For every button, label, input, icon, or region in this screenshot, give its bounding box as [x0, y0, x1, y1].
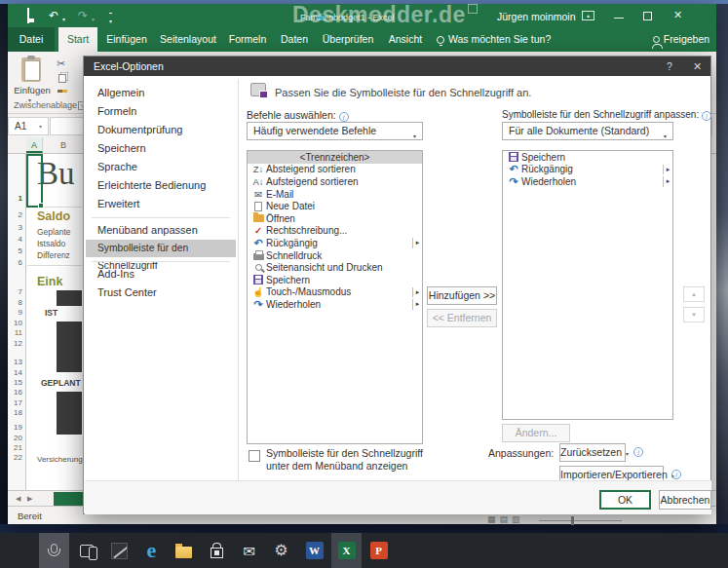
column-header-b[interactable]: B: [44, 137, 83, 153]
paste-icon[interactable]: [21, 57, 41, 82]
taskbar-cortana-microphone-icon[interactable]: [39, 533, 69, 568]
share-button[interactable]: Freigeben: [647, 27, 715, 52]
undo-icon[interactable]: ↶: [49, 9, 58, 22]
sidebar-item-trust-center[interactable]: Trust Center: [86, 284, 236, 301]
info-icon[interactable]: i: [702, 111, 711, 121]
minimize-button[interactable]: [614, 18, 624, 19]
copy-icon[interactable]: [58, 74, 66, 83]
qat-item[interactable]: Speichern: [503, 151, 672, 164]
selected-cell-a1[interactable]: [26, 154, 43, 208]
show-below-ribbon-checkbox[interactable]: [249, 450, 260, 462]
reset-button[interactable]: Zurücksetzen▾: [559, 443, 626, 462]
cut-icon[interactable]: ✂: [57, 57, 65, 70]
command-item[interactable]: ✓Rechtschreibung...: [248, 225, 422, 238]
tab-start[interactable]: Start: [58, 27, 97, 52]
choose-commands-dropdown[interactable]: Häufig verwendete Befehle▾: [247, 122, 423, 140]
column-header-a[interactable]: A: [26, 137, 43, 153]
command-item[interactable]: Seitenansicht und Drucken: [248, 261, 422, 274]
sheet-nav-right-icon[interactable]: ▶: [27, 495, 32, 503]
sidebar-item-sprache[interactable]: Sprache: [86, 158, 236, 175]
qat-item[interactable]: ↶Rückgängig▸: [503, 164, 672, 176]
zoom-slider-knob[interactable]: [571, 516, 574, 525]
command-item[interactable]: ☝Touch-/Mausmodus▸: [248, 286, 422, 299]
row-header[interactable]: 1: [19, 194, 22, 203]
tab-datei[interactable]: Datei: [8, 27, 55, 52]
row-header[interactable]: 20: [14, 434, 22, 442]
tab-formeln[interactable]: Formeln: [224, 27, 271, 52]
taskbar-settings-icon[interactable]: ⚙: [266, 533, 296, 568]
row-header[interactable]: 13: [14, 358, 22, 366]
row-header[interactable]: 18: [14, 408, 22, 417]
row-header[interactable]: 22: [14, 453, 22, 462]
row-header[interactable]: 14: [14, 368, 22, 377]
command-item[interactable]: ↷Wiederholen▸: [248, 298, 422, 311]
row-header[interactable]: 9: [19, 308, 22, 317]
tab-ueberpruefen[interactable]: Überprüfen: [318, 27, 378, 52]
command-item[interactable]: ✉E-Mail: [248, 188, 422, 201]
taskbar-file-explorer-icon[interactable]: [169, 533, 199, 568]
info-icon[interactable]: i: [633, 447, 643, 457]
modify-button[interactable]: Ändern...: [502, 424, 570, 442]
taskbar-task-view-icon[interactable]: [71, 533, 101, 568]
sidebar-item-menueband-anpassen[interactable]: Menüband anpassen: [86, 221, 236, 239]
tab-einfuegen[interactable]: Einfügen: [101, 27, 152, 52]
commands-list[interactable]: <Trennzeichen> Z↓Absteigend sortieren A↓…: [247, 150, 423, 444]
flyout-arrow-icon[interactable]: ▸: [663, 165, 672, 175]
close-button[interactable]: ✕: [673, 9, 682, 21]
cancel-button[interactable]: Abbrechen: [659, 490, 711, 510]
sheet-nav-left-icon[interactable]: ◀: [16, 495, 20, 503]
taskbar-store-icon[interactable]: [202, 533, 232, 568]
row-header[interactable]: 16: [14, 388, 22, 397]
sidebar-item-allgemein[interactable]: Allgemein: [86, 84, 236, 101]
ok-button[interactable]: OK: [599, 490, 651, 510]
command-item[interactable]: A↓Aufsteigend sortieren: [248, 175, 422, 188]
sidebar-item-symbolleiste-schnellzugriff[interactable]: Symbolleiste für den Schnellzugriff: [86, 240, 236, 257]
row-header[interactable]: 3: [19, 223, 22, 232]
row-header[interactable]: 5: [19, 246, 22, 255]
name-box-dropdown-icon[interactable]: ▾: [39, 123, 42, 130]
taskbar-powerpoint-icon[interactable]: P: [364, 533, 394, 568]
qat-item[interactable]: ↷Wiederholen▸: [503, 175, 672, 188]
row-header[interactable]: 6: [19, 258, 22, 267]
tab-daten[interactable]: Daten: [275, 27, 314, 52]
view-shortcuts-icons[interactable]: ▦▤▥: [487, 514, 524, 524]
command-item[interactable]: Z↓Absteigend sortieren: [248, 164, 422, 176]
format-painter-icon[interactable]: [57, 90, 67, 93]
taskbar-mail-icon[interactable]: ✉: [234, 533, 264, 568]
taskbar-word-icon[interactable]: W: [299, 533, 329, 568]
tab-seitenlayout[interactable]: Seitenlayout: [156, 27, 220, 52]
qat-list[interactable]: Speichern ↶Rückgängig▸ ↷Wiederholen▸: [502, 150, 673, 420]
command-item[interactable]: Öffnen: [248, 212, 422, 225]
move-down-button[interactable]: ▼: [683, 307, 705, 322]
command-item[interactable]: Neue Datei: [248, 200, 422, 212]
dialog-help-icon[interactable]: ?: [667, 57, 672, 76]
customize-qat-icon[interactable]: ▾: [109, 13, 112, 28]
info-icon[interactable]: i: [339, 112, 349, 122]
flyout-arrow-icon[interactable]: ▸: [412, 287, 422, 298]
add-button[interactable]: Hinzufügen >>: [427, 286, 497, 305]
sidebar-item-speichern[interactable]: Speichern: [86, 139, 236, 157]
paste-button[interactable]: Einfügen: [12, 85, 53, 95]
sidebar-item-add-ins[interactable]: Add-Ins: [86, 265, 236, 283]
row-header[interactable]: 8: [19, 298, 22, 307]
sidebar-item-erleichterte-bedienung[interactable]: Erleichterte Bedienung: [86, 176, 236, 194]
redo-dropdown-icon[interactable]: ▾: [92, 13, 95, 26]
undo-dropdown-icon[interactable]: ▾: [62, 13, 65, 26]
row-header[interactable]: 15: [14, 378, 22, 387]
sidebar-item-dokumentpruefung[interactable]: Dokumentprüfung: [86, 121, 236, 138]
command-item[interactable]: Schnelldruck: [248, 249, 422, 262]
flyout-arrow-icon[interactable]: ▸: [412, 238, 422, 248]
row-header[interactable]: 7: [19, 287, 22, 296]
dialog-close-icon[interactable]: ✕: [693, 57, 702, 76]
command-item[interactable]: Speichern: [248, 274, 422, 286]
tab-ansicht[interactable]: Ansicht: [382, 27, 429, 52]
customize-qat-dropdown[interactable]: Für alle Dokumente (Standard)▾: [502, 122, 673, 140]
info-icon[interactable]: i: [671, 470, 681, 479]
row-header[interactable]: 21: [14, 443, 22, 452]
dialog-titlebar[interactable]: Excel-Optionen ? ✕: [84, 57, 710, 76]
taskbar-excel-icon[interactable]: X: [331, 533, 362, 568]
ribbon-display-options-icon[interactable]: ▴: [582, 11, 594, 20]
signed-in-user[interactable]: Jürgen moinmoin: [497, 11, 576, 22]
row-header[interactable]: 10: [14, 319, 22, 327]
sidebar-item-erweitert[interactable]: Erweitert: [86, 195, 236, 212]
